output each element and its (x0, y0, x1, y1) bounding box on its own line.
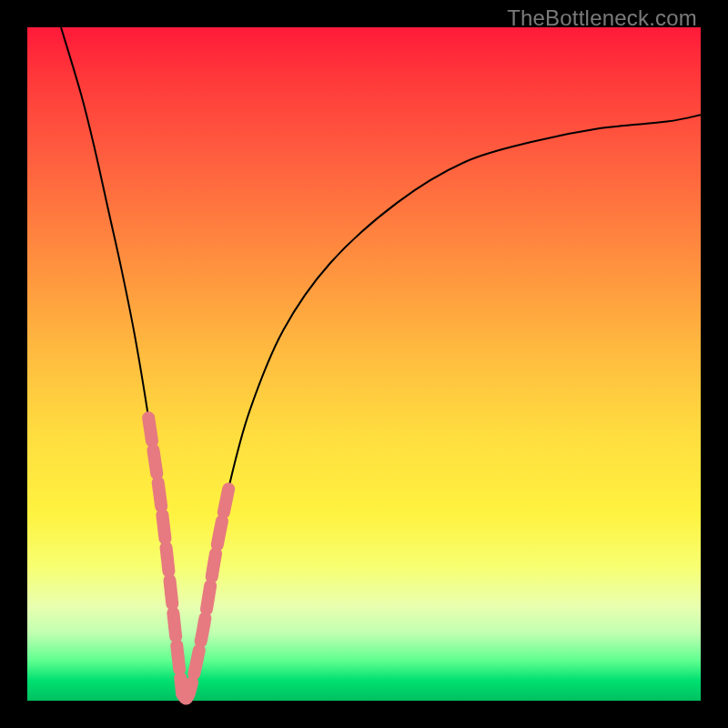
bottleneck-curve (61, 27, 701, 702)
curve-svg (27, 27, 701, 701)
bead-segment-right (182, 485, 229, 698)
bead-segment-left (148, 418, 182, 693)
